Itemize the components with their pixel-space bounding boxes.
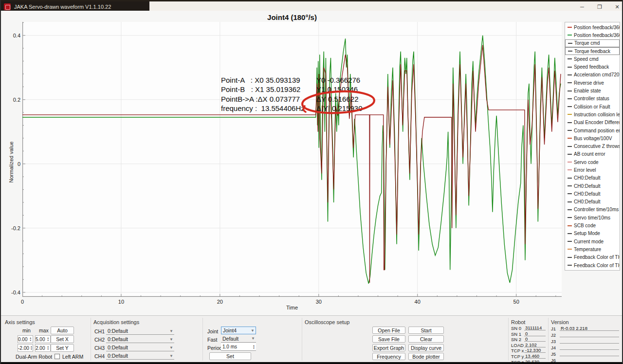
- legend-dash-icon: [568, 138, 572, 139]
- fast-select[interactable]: Default▼: [221, 335, 256, 343]
- legend-item[interactable]: Command position error/10°: [565, 127, 620, 134]
- legend-dash-icon: [568, 162, 572, 163]
- auto-button[interactable]: Auto: [51, 327, 74, 334]
- channel-select[interactable]: 0:Default▼: [106, 352, 174, 360]
- waveform-svg: [22, 22, 562, 297]
- legend-item[interactable]: Collision or Fault: [565, 103, 620, 110]
- legend-item[interactable]: Controller time/10ms: [565, 206, 620, 214]
- left-arm-label: Left ARM: [62, 354, 83, 360]
- x-tick-label: 10: [115, 299, 127, 305]
- legend-item[interactable]: Torque feedback: [565, 47, 620, 55]
- legend-item[interactable]: AB count error: [565, 150, 620, 158]
- y-max-spinner[interactable]: 2.00▲▼: [35, 344, 51, 352]
- fast-label: Fast: [207, 337, 217, 343]
- joint-select[interactable]: Joint4▼: [221, 327, 256, 334]
- channel-select[interactable]: 0:Default▼: [106, 336, 174, 343]
- title-bar: JAKA Servo-drawn waveform V1.1.10.22 ─ ❐…: [1, 0, 623, 11]
- legend-item[interactable]: Feedback Color of TIO: [565, 254, 620, 261]
- legend-item[interactable]: Speed feedback: [565, 63, 620, 71]
- channel-select[interactable]: 0:Default▼: [106, 344, 174, 351]
- legend-dash-icon: [568, 154, 572, 155]
- set-button[interactable]: Set: [209, 352, 251, 360]
- x-min-spinner[interactable]: 0.00▲▼: [18, 335, 33, 343]
- osc-button-frequency[interactable]: Frequency: [372, 353, 405, 360]
- x-tick-label: 40: [412, 299, 423, 305]
- max-label: max: [39, 328, 49, 333]
- legend-item-label: Controller time/10ms: [574, 207, 619, 212]
- legend-item[interactable]: Acceleration cmd720°/s^2: [565, 71, 620, 79]
- robot-row-value: 13.460: [524, 353, 546, 359]
- fast-select-value: Default: [221, 336, 251, 342]
- legend-item[interactable]: Current mode: [565, 237, 620, 245]
- chart-region: Joint4 (180°/s) Normalized value 0102030…: [1, 11, 623, 315]
- legend-item[interactable]: Error level: [565, 166, 620, 174]
- legend-item[interactable]: Speed cmd: [565, 55, 620, 63]
- chevron-down-icon: ▼: [251, 336, 256, 341]
- legend-item[interactable]: Instruction collision level / 10: [565, 110, 620, 118]
- legend-dash-icon: [568, 241, 572, 242]
- channel-select[interactable]: 0:Default▼: [106, 328, 174, 335]
- spinner-arrows-icon[interactable]: ▲▼: [46, 346, 50, 350]
- set-y-button[interactable]: Set Y: [51, 344, 74, 352]
- osc-button-clear[interactable]: Clear: [408, 335, 444, 343]
- robot-row-label: SN 1: [511, 331, 521, 337]
- osc-button-start[interactable]: Start: [408, 327, 444, 334]
- legend-item[interactable]: SCB code: [565, 221, 620, 229]
- legend-item[interactable]: Reverse drive: [565, 79, 620, 87]
- osc-button-display-curve[interactable]: Display curve: [408, 344, 444, 351]
- legend-item-label: Position feedback/360°: [574, 25, 620, 30]
- period-spinner[interactable]: 1.0 ms▲▼: [221, 343, 256, 351]
- legend-item[interactable]: Position feedback/360°: [565, 31, 620, 39]
- x-max-spinner[interactable]: 5.00▲▼: [35, 335, 51, 343]
- legend-dash-icon: [568, 91, 572, 91]
- osc-button-bode-plotter[interactable]: Bode plotter: [408, 353, 444, 360]
- legend-item[interactable]: Servo code: [565, 158, 620, 166]
- legend-item[interactable]: Temperature: [565, 245, 620, 253]
- version-title: Version: [551, 319, 569, 325]
- legend-dash-icon: [568, 98, 572, 99]
- plot-area[interactable]: [22, 22, 562, 297]
- legend-item[interactable]: Torque cmd: [565, 39, 620, 47]
- legend-dash-icon: [568, 209, 572, 210]
- legend-item[interactable]: CH0:Default: [565, 198, 620, 206]
- y-min-spinner[interactable]: -2.00▲▼: [18, 344, 33, 352]
- spinner-arrows-icon[interactable]: ▲▼: [30, 346, 33, 350]
- legend-item[interactable]: CH0:Default: [565, 174, 620, 182]
- period-label: Period: [207, 345, 222, 351]
- legend-dash-icon: [568, 169, 572, 170]
- legend-item-label: Setup Mode: [574, 231, 600, 236]
- section-separator: [91, 318, 91, 361]
- measurement-annotation: Point-A : X0 35.093139Y0 -0.366276 Point…: [221, 75, 363, 113]
- left-arm-checkbox[interactable]: [55, 354, 60, 359]
- legend-item[interactable]: Position feedback/360°: [565, 23, 620, 31]
- legend-item[interactable]: Feedback Color of TIO: [565, 261, 620, 269]
- channel-label: CH4: [94, 353, 105, 359]
- legend-dash-icon: [568, 130, 572, 131]
- annotation-delta-abs-y: Δ|Y| 0.215930: [316, 104, 363, 113]
- legend-item-label: SCB code: [574, 223, 596, 228]
- osc-button-export-graph[interactable]: Export Graph: [372, 344, 405, 351]
- legend-item[interactable]: Servo time/10ms: [565, 214, 620, 221]
- legend-item[interactable]: CH0:Default: [565, 182, 620, 190]
- legend-item[interactable]: Setup Mode: [565, 230, 620, 237]
- joint-select-value: Joint4: [221, 328, 251, 333]
- osc-button-open-file[interactable]: Open File: [372, 327, 405, 334]
- joint-label: Joint: [207, 328, 218, 334]
- legend-item-label: Temperature: [574, 247, 601, 252]
- spinner-arrows-icon[interactable]: ▲▼: [46, 337, 50, 342]
- legend-item[interactable]: Bus voltage/100V: [565, 134, 620, 142]
- legend-dash-icon: [568, 257, 572, 258]
- legend-item-label: Feedback Color of TIO: [574, 255, 620, 260]
- spinner-arrows-icon[interactable]: ▲▼: [252, 345, 256, 349]
- osc-button-save-file[interactable]: Save File: [372, 335, 405, 343]
- legend-item[interactable]: Dual Encoder Difference/10°: [565, 119, 620, 127]
- robot-row-value: 3111114: [524, 325, 546, 330]
- legend-item[interactable]: CH0:Default: [565, 190, 620, 198]
- legend-item[interactable]: Controller status: [565, 95, 620, 103]
- spinner-arrows-icon[interactable]: ▲▼: [28, 337, 33, 342]
- robot-row-label: LOAD: [511, 343, 524, 348]
- section-separator: [302, 318, 302, 361]
- legend-item[interactable]: Enable state: [565, 87, 620, 94]
- set-x-button[interactable]: Set X: [51, 335, 74, 343]
- legend-item[interactable]: Consecutive Z throws: [565, 142, 620, 150]
